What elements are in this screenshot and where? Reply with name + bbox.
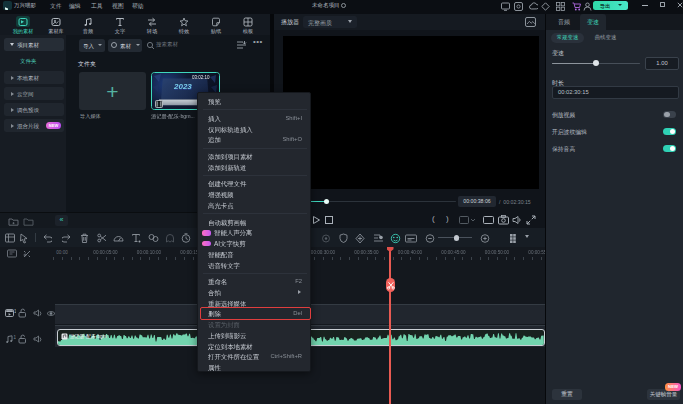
svg-text:1: 1 (14, 335, 17, 340)
svg-text:1: 1 (14, 309, 16, 314)
